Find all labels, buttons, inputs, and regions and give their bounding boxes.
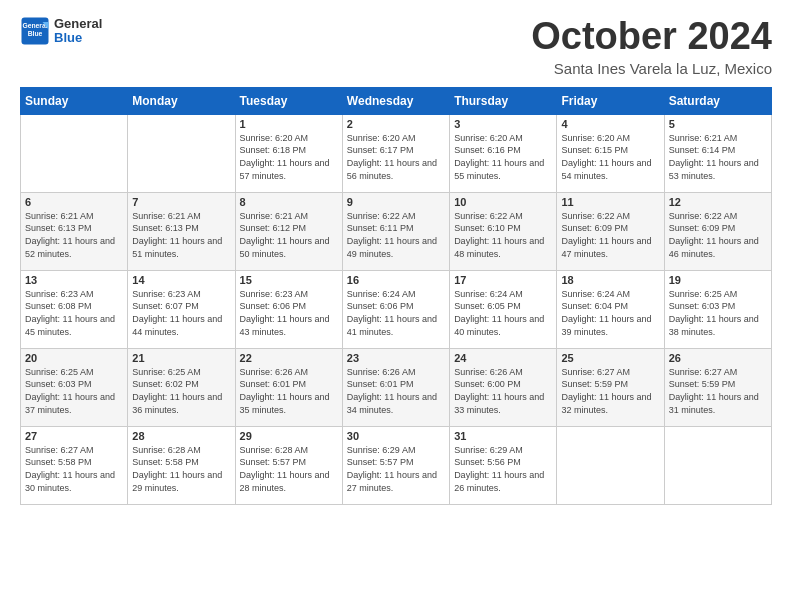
day-number: 28	[132, 430, 230, 442]
day-info: Sunrise: 6:26 AM Sunset: 6:00 PM Dayligh…	[454, 366, 552, 416]
day-info: Sunrise: 6:23 AM Sunset: 6:08 PM Dayligh…	[25, 288, 123, 338]
day-number: 10	[454, 196, 552, 208]
day-info: Sunrise: 6:27 AM Sunset: 5:58 PM Dayligh…	[25, 444, 123, 494]
day-number: 25	[561, 352, 659, 364]
day-number: 14	[132, 274, 230, 286]
day-number: 7	[132, 196, 230, 208]
table-row: 22Sunrise: 6:26 AM Sunset: 6:01 PM Dayli…	[235, 348, 342, 426]
table-row	[557, 426, 664, 504]
day-number: 5	[669, 118, 767, 130]
day-number: 23	[347, 352, 445, 364]
day-number: 19	[669, 274, 767, 286]
table-row: 26Sunrise: 6:27 AM Sunset: 5:59 PM Dayli…	[664, 348, 771, 426]
day-info: Sunrise: 6:26 AM Sunset: 6:01 PM Dayligh…	[347, 366, 445, 416]
day-info: Sunrise: 6:20 AM Sunset: 6:18 PM Dayligh…	[240, 132, 338, 182]
table-row: 25Sunrise: 6:27 AM Sunset: 5:59 PM Dayli…	[557, 348, 664, 426]
day-info: Sunrise: 6:24 AM Sunset: 6:06 PM Dayligh…	[347, 288, 445, 338]
day-number: 15	[240, 274, 338, 286]
table-row: 12Sunrise: 6:22 AM Sunset: 6:09 PM Dayli…	[664, 192, 771, 270]
day-number: 6	[25, 196, 123, 208]
day-info: Sunrise: 6:24 AM Sunset: 6:05 PM Dayligh…	[454, 288, 552, 338]
day-number: 16	[347, 274, 445, 286]
day-info: Sunrise: 6:22 AM Sunset: 6:10 PM Dayligh…	[454, 210, 552, 260]
day-number: 22	[240, 352, 338, 364]
month-title: October 2024	[531, 16, 772, 58]
day-info: Sunrise: 6:20 AM Sunset: 6:16 PM Dayligh…	[454, 132, 552, 182]
day-info: Sunrise: 6:25 AM Sunset: 6:03 PM Dayligh…	[669, 288, 767, 338]
table-row: 6Sunrise: 6:21 AM Sunset: 6:13 PM Daylig…	[21, 192, 128, 270]
day-info: Sunrise: 6:28 AM Sunset: 5:58 PM Dayligh…	[132, 444, 230, 494]
table-row: 19Sunrise: 6:25 AM Sunset: 6:03 PM Dayli…	[664, 270, 771, 348]
table-row: 27Sunrise: 6:27 AM Sunset: 5:58 PM Dayli…	[21, 426, 128, 504]
day-info: Sunrise: 6:22 AM Sunset: 6:09 PM Dayligh…	[561, 210, 659, 260]
table-row	[664, 426, 771, 504]
table-row: 1Sunrise: 6:20 AM Sunset: 6:18 PM Daylig…	[235, 114, 342, 192]
table-row: 21Sunrise: 6:25 AM Sunset: 6:02 PM Dayli…	[128, 348, 235, 426]
table-row: 28Sunrise: 6:28 AM Sunset: 5:58 PM Dayli…	[128, 426, 235, 504]
day-info: Sunrise: 6:21 AM Sunset: 6:13 PM Dayligh…	[25, 210, 123, 260]
day-number: 18	[561, 274, 659, 286]
table-row: 4Sunrise: 6:20 AM Sunset: 6:15 PM Daylig…	[557, 114, 664, 192]
day-number: 13	[25, 274, 123, 286]
table-row: 5Sunrise: 6:21 AM Sunset: 6:14 PM Daylig…	[664, 114, 771, 192]
table-row: 29Sunrise: 6:28 AM Sunset: 5:57 PM Dayli…	[235, 426, 342, 504]
table-row: 11Sunrise: 6:22 AM Sunset: 6:09 PM Dayli…	[557, 192, 664, 270]
table-row: 13Sunrise: 6:23 AM Sunset: 6:08 PM Dayli…	[21, 270, 128, 348]
day-info: Sunrise: 6:23 AM Sunset: 6:06 PM Dayligh…	[240, 288, 338, 338]
col-sunday: Sunday	[21, 87, 128, 114]
col-friday: Friday	[557, 87, 664, 114]
table-row: 15Sunrise: 6:23 AM Sunset: 6:06 PM Dayli…	[235, 270, 342, 348]
table-row: 2Sunrise: 6:20 AM Sunset: 6:17 PM Daylig…	[342, 114, 449, 192]
day-info: Sunrise: 6:20 AM Sunset: 6:15 PM Dayligh…	[561, 132, 659, 182]
day-info: Sunrise: 6:29 AM Sunset: 5:56 PM Dayligh…	[454, 444, 552, 494]
col-tuesday: Tuesday	[235, 87, 342, 114]
logo-icon: General Blue	[20, 16, 50, 46]
table-row: 7Sunrise: 6:21 AM Sunset: 6:13 PM Daylig…	[128, 192, 235, 270]
day-info: Sunrise: 6:26 AM Sunset: 6:01 PM Dayligh…	[240, 366, 338, 416]
page: General Blue General Blue October 2024 S…	[0, 0, 792, 612]
day-info: Sunrise: 6:28 AM Sunset: 5:57 PM Dayligh…	[240, 444, 338, 494]
day-number: 17	[454, 274, 552, 286]
day-info: Sunrise: 6:25 AM Sunset: 6:02 PM Dayligh…	[132, 366, 230, 416]
table-row: 10Sunrise: 6:22 AM Sunset: 6:10 PM Dayli…	[450, 192, 557, 270]
day-info: Sunrise: 6:22 AM Sunset: 6:11 PM Dayligh…	[347, 210, 445, 260]
day-number: 27	[25, 430, 123, 442]
col-wednesday: Wednesday	[342, 87, 449, 114]
day-number: 30	[347, 430, 445, 442]
table-row	[21, 114, 128, 192]
table-row: 9Sunrise: 6:22 AM Sunset: 6:11 PM Daylig…	[342, 192, 449, 270]
day-number: 12	[669, 196, 767, 208]
col-monday: Monday	[128, 87, 235, 114]
table-row: 17Sunrise: 6:24 AM Sunset: 6:05 PM Dayli…	[450, 270, 557, 348]
day-number: 1	[240, 118, 338, 130]
logo: General Blue General Blue	[20, 16, 102, 46]
day-number: 29	[240, 430, 338, 442]
calendar-week-row: 27Sunrise: 6:27 AM Sunset: 5:58 PM Dayli…	[21, 426, 772, 504]
table-row: 18Sunrise: 6:24 AM Sunset: 6:04 PM Dayli…	[557, 270, 664, 348]
day-number: 20	[25, 352, 123, 364]
day-info: Sunrise: 6:29 AM Sunset: 5:57 PM Dayligh…	[347, 444, 445, 494]
calendar-header-row: Sunday Monday Tuesday Wednesday Thursday…	[21, 87, 772, 114]
day-info: Sunrise: 6:25 AM Sunset: 6:03 PM Dayligh…	[25, 366, 123, 416]
day-info: Sunrise: 6:23 AM Sunset: 6:07 PM Dayligh…	[132, 288, 230, 338]
table-row: 8Sunrise: 6:21 AM Sunset: 6:12 PM Daylig…	[235, 192, 342, 270]
calendar-week-row: 6Sunrise: 6:21 AM Sunset: 6:13 PM Daylig…	[21, 192, 772, 270]
table-row: 14Sunrise: 6:23 AM Sunset: 6:07 PM Dayli…	[128, 270, 235, 348]
calendar-week-row: 13Sunrise: 6:23 AM Sunset: 6:08 PM Dayli…	[21, 270, 772, 348]
day-number: 9	[347, 196, 445, 208]
day-number: 2	[347, 118, 445, 130]
day-info: Sunrise: 6:21 AM Sunset: 6:13 PM Dayligh…	[132, 210, 230, 260]
day-number: 21	[132, 352, 230, 364]
day-number: 24	[454, 352, 552, 364]
table-row: 24Sunrise: 6:26 AM Sunset: 6:00 PM Dayli…	[450, 348, 557, 426]
day-info: Sunrise: 6:22 AM Sunset: 6:09 PM Dayligh…	[669, 210, 767, 260]
day-info: Sunrise: 6:27 AM Sunset: 5:59 PM Dayligh…	[669, 366, 767, 416]
col-saturday: Saturday	[664, 87, 771, 114]
table-row: 23Sunrise: 6:26 AM Sunset: 6:01 PM Dayli…	[342, 348, 449, 426]
table-row: 31Sunrise: 6:29 AM Sunset: 5:56 PM Dayli…	[450, 426, 557, 504]
location-title: Santa Ines Varela la Luz, Mexico	[531, 60, 772, 77]
logo-text: General Blue	[54, 17, 102, 46]
table-row: 20Sunrise: 6:25 AM Sunset: 6:03 PM Dayli…	[21, 348, 128, 426]
day-number: 3	[454, 118, 552, 130]
calendar-week-row: 20Sunrise: 6:25 AM Sunset: 6:03 PM Dayli…	[21, 348, 772, 426]
